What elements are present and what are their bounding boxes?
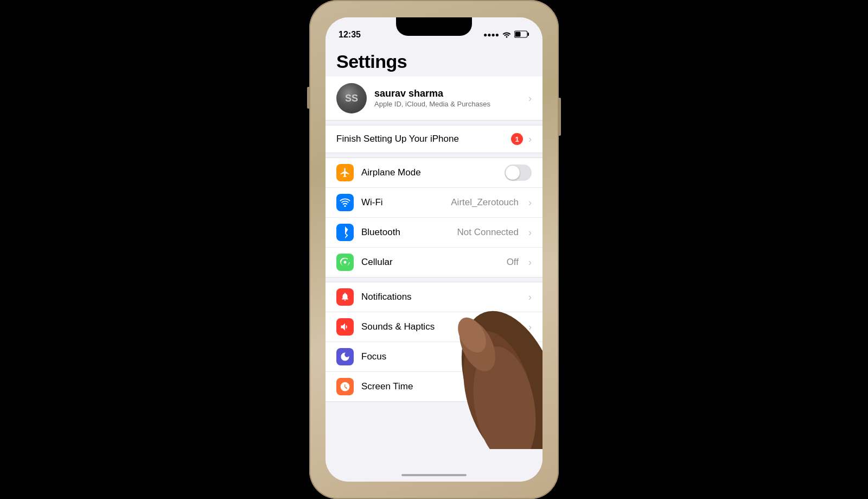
home-indicator [401, 474, 467, 476]
airplane-mode-row[interactable]: Airplane Mode [326, 158, 542, 188]
status-icons: ●●●● [483, 30, 529, 40]
sounds-label: Sounds & Haptics [361, 321, 521, 332]
finish-setup-badge: 1 [511, 133, 523, 145]
settings-content: Settings SS saurav sharma Apple ID, iClo… [326, 45, 542, 482]
finish-setup-row[interactable]: Finish Setting Up Your iPhone 1 › [326, 125, 542, 153]
wifi-icon-bg [336, 194, 354, 211]
airplane-mode-label: Airplane Mode [361, 167, 497, 178]
status-time: 12:35 [339, 30, 361, 40]
profile-chevron-icon: › [528, 93, 532, 104]
wifi-icon [502, 30, 512, 40]
signal-icon: ●●●● [483, 31, 499, 39]
screentime-icon-bg [336, 378, 354, 395]
bluetooth-value: Not Connected [457, 227, 519, 238]
battery-icon [514, 30, 529, 40]
focus-label: Focus [361, 351, 521, 362]
notifications-row[interactable]: Notifications › [326, 282, 542, 312]
right-panel [602, 0, 868, 499]
notifications-icon-bg [336, 288, 354, 306]
airplane-mode-toggle[interactable] [505, 165, 532, 181]
page-title: Settings [336, 51, 532, 72]
notch [396, 17, 472, 36]
focus-row[interactable]: Focus › [326, 342, 542, 372]
phone-shell: 12:35 ●●●● [309, 0, 559, 499]
cellular-chevron-icon: › [528, 257, 532, 268]
scene: 12:35 ●●●● [0, 0, 868, 499]
cellular-label: Cellular [361, 257, 499, 268]
focus-chevron-icon: › [528, 351, 532, 363]
cellular-icon-bg [336, 254, 354, 271]
finish-setup-label: Finish Setting Up Your iPhone [336, 134, 506, 144]
profile-subtitle: Apple ID, iCloud, Media & Purchases [374, 100, 521, 109]
screentime-row[interactable]: Screen Time › [326, 372, 542, 401]
finish-setup-chevron-icon: › [528, 134, 532, 145]
sounds-row[interactable]: Sounds & Haptics › [326, 312, 542, 342]
sounds-chevron-icon: › [528, 321, 532, 333]
focus-icon-bg [336, 348, 354, 365]
svg-rect-2 [515, 31, 521, 36]
cellular-value: Off [507, 257, 519, 268]
screentime-chevron-icon: › [528, 381, 532, 393]
connectivity-group: Airplane Mode [326, 157, 542, 277]
notifications-chevron-icon: › [528, 292, 532, 303]
bluetooth-label: Bluetooth [361, 227, 450, 238]
bluetooth-row[interactable]: Bluetooth Not Connected › [326, 218, 542, 248]
left-panel [0, 0, 266, 499]
svg-point-3 [344, 261, 347, 264]
sounds-icon-bg [336, 318, 354, 336]
toggle-knob [506, 166, 520, 180]
profile-row[interactable]: SS saurav sharma Apple ID, iCloud, Media… [326, 77, 542, 121]
wifi-value: Airtel_Zerotouch [451, 197, 519, 208]
phone-screen: 12:35 ●●●● [326, 17, 542, 482]
wifi-label: Wi-Fi [361, 197, 443, 208]
cellular-row[interactable]: Cellular Off › [326, 248, 542, 277]
wifi-row[interactable]: Wi-Fi Airtel_Zerotouch › [326, 188, 542, 218]
avatar: SS [336, 83, 367, 113]
avatar-inner: SS [336, 83, 367, 113]
bluetooth-chevron-icon: › [528, 227, 532, 238]
profile-name: saurav sharma [374, 88, 521, 99]
profile-info: saurav sharma Apple ID, iCloud, Media & … [374, 88, 521, 109]
notifications-group: Notifications › Sounds & Haptics › [326, 282, 542, 402]
bluetooth-icon-bg [336, 224, 354, 241]
airplane-mode-icon [336, 164, 354, 181]
wifi-chevron-icon: › [528, 197, 532, 209]
svg-rect-1 [528, 33, 529, 36]
screentime-label: Screen Time [361, 381, 521, 392]
settings-header: Settings [326, 45, 542, 77]
notifications-label: Notifications [361, 292, 521, 302]
